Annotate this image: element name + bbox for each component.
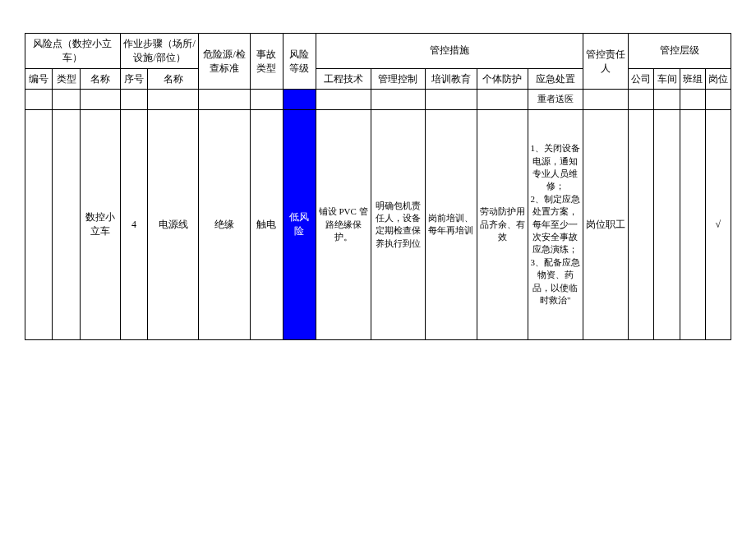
header-type: 类型	[53, 68, 80, 90]
partial-ppe	[477, 90, 528, 109]
partial-risk-level	[283, 90, 316, 109]
cell-training: 岗前培训、每年再培训	[426, 109, 477, 339]
header-responsible: 管控责任人	[583, 34, 629, 90]
cell-company	[629, 109, 654, 339]
header-step-name: 名称	[148, 68, 199, 90]
header-risk-level: 风险等级	[283, 34, 316, 90]
cell-management: 明确包机责任人，设备定期检查保养执行到位	[371, 109, 426, 339]
header-hazard: 危险源/检查标准	[199, 34, 250, 90]
partial-name	[80, 90, 120, 109]
header-workshop: 车间	[654, 68, 680, 90]
partial-number	[25, 90, 53, 109]
header-name: 名称	[80, 68, 120, 90]
header-number: 编号	[25, 68, 53, 90]
header-risk-point: 风险点（数控小立车）	[25, 34, 121, 69]
cell-ppe: 劳动防护用品齐余、有效	[477, 109, 528, 339]
cell-step-name: 电源线	[148, 109, 199, 339]
header-emergency: 应急处置	[528, 68, 583, 90]
cell-hazard: 绝缘	[199, 109, 250, 339]
cell-name: 数控小立车	[80, 109, 120, 339]
partial-responsible	[583, 90, 629, 109]
cell-accident: 触电	[250, 109, 283, 339]
header-training: 培训教育	[426, 68, 477, 90]
header-seq: 序号	[120, 68, 147, 90]
partial-hazard	[199, 90, 250, 109]
partial-team	[680, 90, 705, 109]
partial-type	[53, 90, 80, 109]
cell-workshop	[654, 109, 680, 339]
cell-engineering: 铺设 PVC 管路绝缘保护。	[316, 109, 371, 339]
table-row: 数控小立车 4 电源线 绝缘 触电 低风险 铺设 PVC 管路绝缘保护。 明确包…	[25, 109, 731, 339]
partial-company	[629, 90, 654, 109]
partial-accident	[250, 90, 283, 109]
cell-type	[53, 109, 80, 339]
header-accident-type: 事故类型	[250, 34, 283, 90]
partial-workshop	[654, 90, 680, 109]
header-ppe: 个体防护	[477, 68, 528, 90]
partial-training	[426, 90, 477, 109]
header-control-level: 管控层级	[629, 34, 731, 69]
cell-emergency: 1、关闭设备电源，通知专业人员维修； 2、制定应急处置方案，每年至少一次安全事故…	[528, 109, 583, 339]
cell-number	[25, 109, 53, 339]
partial-position	[705, 90, 731, 109]
partial-management	[371, 90, 426, 109]
header-control-measures: 管控措施	[316, 34, 583, 69]
header-row-1: 风险点（数控小立车） 作业步骤（场所/设施/部位） 危险源/检查标准 事故类型 …	[25, 34, 731, 69]
cell-seq: 4	[120, 109, 147, 339]
partial-seq	[120, 90, 147, 109]
header-work-step: 作业步骤（场所/设施/部位）	[120, 34, 199, 69]
header-company: 公司	[629, 68, 654, 90]
header-position: 岗位	[705, 68, 731, 90]
header-management: 管理控制	[371, 68, 426, 90]
cell-risk-level: 低风险	[283, 109, 316, 339]
header-engineering: 工程技术	[316, 68, 371, 90]
risk-assessment-table: 风险点（数控小立车） 作业步骤（场所/设施/部位） 危险源/检查标准 事故类型 …	[25, 33, 731, 340]
cell-team	[680, 109, 705, 339]
header-team: 班组	[680, 68, 705, 90]
partial-step-name	[148, 90, 199, 109]
partial-row: 重者送医	[25, 90, 731, 109]
cell-responsible: 岗位职工	[583, 109, 629, 339]
cell-position: √	[705, 109, 731, 339]
partial-engineering	[316, 90, 371, 109]
partial-emergency: 重者送医	[528, 90, 583, 109]
